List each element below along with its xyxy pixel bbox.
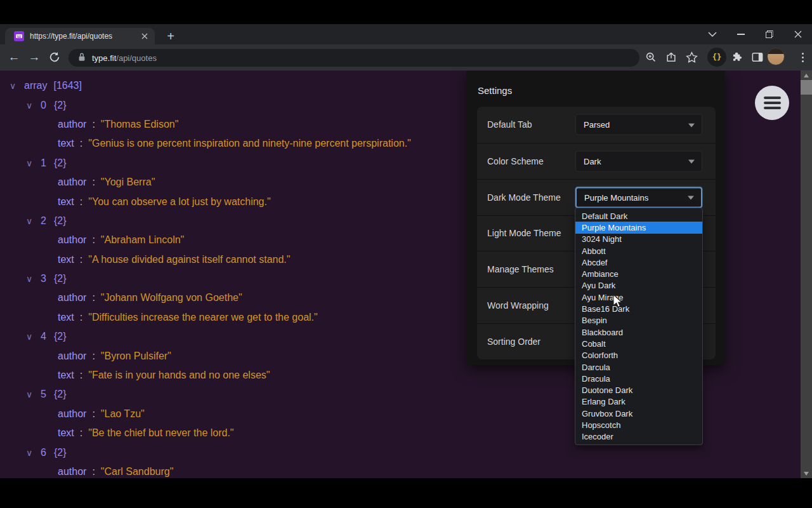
json-entry-badge: {2} xyxy=(54,273,67,284)
viewer-menu-button[interactable] xyxy=(755,86,789,120)
theme-option[interactable]: Cobalt xyxy=(575,338,702,349)
theme-option[interactable]: Duotone Dark xyxy=(575,384,702,396)
json-string-value: "Carl Sandburg" xyxy=(101,466,174,478)
window-chevron-icon[interactable] xyxy=(698,24,726,44)
theme-option[interactable]: Bespin xyxy=(575,315,702,326)
scrollbar-thumb[interactable] xyxy=(801,80,812,95)
theme-option[interactable]: Darcula xyxy=(575,361,702,373)
zoom-icon[interactable] xyxy=(641,48,660,67)
settings-select[interactable]: Dark xyxy=(575,150,702,171)
json-string-value: "Abraham Lincoln" xyxy=(101,234,184,246)
json-viewer-extension-icon[interactable]: {} xyxy=(707,48,726,67)
json-string-value: "Byron Pulsifer" xyxy=(101,351,171,362)
json-colon: : xyxy=(92,292,95,304)
back-icon[interactable]: ← xyxy=(4,48,23,67)
collapse-chevron-icon[interactable]: ∨ xyxy=(24,158,34,168)
json-entry-index: 3 xyxy=(41,273,46,284)
settings-select[interactable]: Parsed xyxy=(575,114,702,135)
json-string-value: "Lao Tzu" xyxy=(101,408,145,420)
profile-avatar[interactable] xyxy=(767,48,785,65)
json-entry-index: 1 xyxy=(41,157,46,169)
new-tab-button[interactable]: + xyxy=(162,28,179,44)
json-colon: : xyxy=(92,119,95,130)
select-value: Parsed xyxy=(584,120,610,130)
theme-option[interactable]: Abcdef xyxy=(575,257,702,268)
browser-toolbar: ← → type.fit/api/quotes {} xyxy=(0,44,812,70)
theme-option[interactable]: Purple Mountains xyxy=(575,222,702,233)
json-colon: : xyxy=(80,312,82,323)
theme-option[interactable]: Ambiance xyxy=(575,268,702,279)
theme-option[interactable]: 3024 Night xyxy=(575,234,702,245)
url-bar[interactable]: type.fit/api/quotes xyxy=(69,49,639,67)
tab-close-icon[interactable] xyxy=(140,31,150,41)
json-entry-badge: {2} xyxy=(54,100,67,111)
settings-row-label: Light Mode Theme xyxy=(487,228,561,238)
json-string-value: "Johann Wolfgang von Goethe" xyxy=(101,292,242,304)
settings-row-label: Word Wrapping xyxy=(487,300,549,311)
json-tree-line: ∨6{2} xyxy=(0,443,812,462)
chevron-down-icon xyxy=(688,160,695,164)
json-key: author xyxy=(58,292,86,304)
json-colon: : xyxy=(80,370,82,381)
json-root-label: array xyxy=(24,80,47,91)
collapse-chevron-icon[interactable]: ∨ xyxy=(24,100,34,110)
json-key: text xyxy=(58,427,74,439)
json-entry-index: 0 xyxy=(41,100,46,111)
theme-option[interactable]: Colorforth xyxy=(575,350,702,361)
settings-row-label: Sorting Order xyxy=(487,337,540,347)
json-string-value: "Yogi Berra" xyxy=(101,177,155,188)
theme-option[interactable]: Base16 Dark xyxy=(575,303,702,314)
forward-icon[interactable]: → xyxy=(25,48,44,67)
select-value: Dark xyxy=(584,156,601,166)
theme-option[interactable]: Default Dark xyxy=(575,210,702,222)
theme-option[interactable]: Blackboard xyxy=(575,326,702,338)
settings-select[interactable]: Purple Mountains xyxy=(575,187,702,208)
theme-option[interactable]: Abbott xyxy=(575,245,702,257)
theme-option[interactable]: Dracula xyxy=(575,373,702,384)
collapse-chevron-icon[interactable]: ∨ xyxy=(24,448,34,458)
json-entry-badge: {2} xyxy=(54,447,67,458)
theme-option[interactable]: Icecoder xyxy=(575,431,702,443)
window-minimize-icon[interactable] xyxy=(726,24,755,44)
theme-option[interactable]: Gruvbox Dark xyxy=(575,408,702,419)
json-key: text xyxy=(58,254,74,265)
side-panel-icon[interactable] xyxy=(748,48,767,67)
scrollbar-down-icon[interactable] xyxy=(801,469,812,478)
theme-option[interactable]: Hopscotch xyxy=(575,419,702,431)
scrollbar-up-icon[interactable] xyxy=(801,70,812,80)
extensions-puzzle-icon[interactable] xyxy=(728,48,747,67)
theme-option[interactable]: Ayu Dark xyxy=(575,280,702,291)
theme-option[interactable]: Erlang Dark xyxy=(575,396,702,408)
json-colon: : xyxy=(92,177,95,188)
chevron-down-icon xyxy=(688,123,695,127)
collapse-chevron-icon[interactable]: ∨ xyxy=(24,274,34,284)
theme-dropdown: Default DarkPurple Mountains3024 NightAb… xyxy=(575,208,703,445)
menu-kebab-icon[interactable] xyxy=(793,48,812,67)
window-controls xyxy=(698,24,812,44)
json-key: text xyxy=(58,370,74,381)
share-icon[interactable] xyxy=(662,48,681,67)
page-scrollbar[interactable] xyxy=(801,70,812,478)
collapse-chevron-icon[interactable]: ∨ xyxy=(24,389,34,399)
json-colon: : xyxy=(92,351,95,362)
json-key: text xyxy=(58,138,74,149)
collapse-chevron-icon[interactable]: ∨ xyxy=(24,216,34,226)
browser-tab[interactable]: https://type.fit/api/quotes xyxy=(5,28,155,44)
bookmark-star-icon[interactable] xyxy=(682,48,701,67)
json-string-value: "Genius is one percent inspiration and n… xyxy=(88,138,411,149)
collapse-chevron-icon[interactable]: ∨ xyxy=(8,81,18,91)
json-colon: : xyxy=(80,427,82,439)
theme-option[interactable]: Ayu Mirage xyxy=(575,291,702,303)
settings-row: Default TabParsed xyxy=(477,107,716,143)
json-string-value: "A house divided against itself cannot s… xyxy=(88,254,290,265)
reload-icon[interactable] xyxy=(45,48,64,67)
json-string-value: "Difficulties increase the nearer we get… xyxy=(88,312,317,323)
window-restore-icon[interactable] xyxy=(755,24,783,44)
url-host: type.fit xyxy=(92,53,116,63)
window-close-icon[interactable] xyxy=(783,24,812,44)
collapse-chevron-icon[interactable]: ∨ xyxy=(24,331,34,342)
settings-row-label: Dark Mode Theme xyxy=(487,192,561,203)
json-key: author xyxy=(58,234,86,246)
settings-row-label: Color Scheme xyxy=(487,156,544,166)
json-key: text xyxy=(58,196,74,208)
